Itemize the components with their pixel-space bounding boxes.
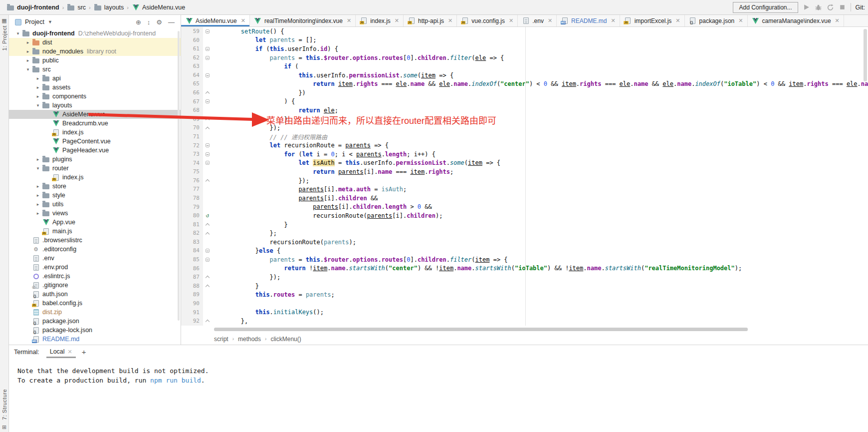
editor-tab-asidemenu-vue[interactable]: AsideMenu.vue✕ (181, 15, 250, 26)
tree-item-package-json[interactable]: {}package.json (9, 317, 181, 326)
close-icon[interactable]: ✕ (395, 17, 399, 24)
editor-tab-importexcel-js[interactable]: JSimportExcel.js✕ (620, 15, 685, 26)
tree-item--browserslistrc[interactable]: .browserslistrc (9, 236, 181, 245)
chevron-right-icon[interactable]: ▸ (34, 76, 42, 81)
recursion-icon[interactable]: ↺ (203, 211, 212, 220)
code-breadcrumb-methods[interactable]: methods (238, 336, 261, 343)
editor-tab-cameramanage-index-vue[interactable]: cameraManage\index.vue✕ (748, 15, 844, 26)
fold-collapse-icon[interactable] (203, 246, 212, 255)
fold-collapse-icon[interactable] (203, 159, 212, 168)
nav-item-layouts[interactable]: layouts (92, 3, 126, 11)
run-icon[interactable] (803, 3, 810, 11)
tree-item-utils[interactable]: ▸utils (9, 200, 181, 209)
editor-tab--env[interactable]: .env✕ (518, 15, 557, 26)
fold-collapse-icon[interactable] (203, 27, 212, 36)
tree-item-dist-zip[interactable]: dist.zip (9, 308, 181, 317)
code-editor[interactable]: 59 setRoute() {60 let parents = [];61 if… (181, 27, 868, 326)
locate-icon[interactable]: ⊕ (136, 18, 141, 26)
fold-end-icon[interactable] (203, 317, 212, 326)
tree-item--env[interactable]: .env (9, 254, 181, 263)
tree-item--env-prod[interactable]: .env.prod (9, 263, 181, 272)
terminal-tab-local[interactable]: Local ✕ (46, 346, 76, 358)
chevron-down-icon[interactable]: ▾ (24, 67, 32, 72)
tree-item-breadcrumb-vue[interactable]: Breadcrumb.vue (9, 119, 181, 128)
tree-item-pageheader-vue[interactable]: PageHeader.vue (9, 146, 181, 155)
code-breadcrumb-script[interactable]: script (214, 336, 228, 343)
close-icon[interactable]: ✕ (68, 349, 72, 355)
tree-item-babel-config-js[interactable]: JSbabel.config.js (9, 299, 181, 308)
collapse-all-icon[interactable]: ↕ (147, 18, 151, 26)
tree-item-app-vue[interactable]: App.vue (9, 218, 181, 227)
tree-item-index-js[interactable]: JSindex.js (9, 128, 181, 137)
fold-end-icon[interactable] (203, 115, 212, 124)
tree-item-views[interactable]: ▸views (9, 209, 181, 218)
close-icon[interactable]: ✕ (738, 17, 743, 24)
fold-end-icon[interactable] (203, 229, 212, 238)
tree-item-src[interactable]: ▾src (9, 65, 181, 74)
fold-collapse-icon[interactable] (203, 53, 212, 62)
tree-item-plugins[interactable]: ▸plugins (9, 155, 181, 164)
nav-item-asidemenu-vue[interactable]: AsideMenu.vue (130, 3, 187, 11)
fold-collapse-icon[interactable] (203, 255, 212, 264)
close-icon[interactable]: ✕ (241, 17, 245, 24)
chevron-right-icon[interactable]: ▸ (24, 40, 32, 45)
terminal-output[interactable]: Note that the development build is not o… (9, 359, 868, 385)
chevron-right-icon[interactable]: ▸ (24, 58, 32, 63)
fold-end-icon[interactable] (203, 273, 212, 282)
tool-window-switcher-icon[interactable]: ⊞ (2, 424, 6, 430)
fold-end-icon[interactable] (203, 123, 212, 132)
project-scrollbar[interactable] (178, 31, 180, 321)
tree-item-style[interactable]: ▸style (9, 191, 181, 200)
chevron-right-icon[interactable]: ▸ (34, 85, 42, 90)
tree-item-auth-json[interactable]: {}auth.json (9, 290, 181, 299)
tree-item-layouts[interactable]: ▾layouts (9, 101, 181, 110)
tree-item--editorconfig[interactable]: ⚙.editorconfig (9, 245, 181, 254)
editor-vertical-scrollbar[interactable] (864, 29, 867, 81)
tree-item-public[interactable]: ▸public (9, 56, 181, 65)
tree-item-readme-md[interactable]: MDREADME.md (9, 335, 181, 344)
fold-end-icon[interactable] (203, 176, 212, 185)
tree-item--gitignore[interactable]: ⊘.gitignore (9, 281, 181, 290)
fold-collapse-icon[interactable] (203, 71, 212, 80)
add-configuration-button[interactable]: Add Configuration... (733, 2, 798, 13)
close-icon[interactable]: ✕ (675, 17, 680, 24)
fold-end-icon[interactable] (203, 282, 212, 291)
chevron-right-icon[interactable]: ▸ (34, 202, 42, 207)
hide-icon[interactable]: — (168, 18, 175, 26)
tree-item-dist[interactable]: ▸dist (9, 38, 181, 47)
close-icon[interactable]: ✕ (347, 17, 351, 24)
tree-item-store[interactable]: ▸store (9, 182, 181, 191)
stripe-project-label[interactable]: 1: Project (1, 25, 7, 50)
editor-tab-vue-config-js[interactable]: JSvue.config.js✕ (457, 15, 518, 26)
chevron-right-icon[interactable]: ▸ (24, 49, 32, 54)
editor-tab-index-js[interactable]: JSindex.js✕ (356, 15, 404, 26)
tree-item-router[interactable]: ▾router (9, 164, 181, 173)
new-terminal-icon[interactable]: + (82, 348, 86, 356)
code-breadcrumb-clickmenu-[interactable]: clickMenu() (270, 336, 301, 343)
editor-tab-readme-md[interactable]: MDREADME.md✕ (557, 15, 620, 26)
close-icon[interactable]: ✕ (448, 17, 452, 24)
chevron-down-icon[interactable]: ▼ (48, 19, 52, 24)
project-panel-title[interactable]: Project (25, 18, 44, 25)
fold-end-icon[interactable] (203, 220, 212, 229)
chevron-down-icon[interactable]: ▾ (14, 31, 22, 36)
fold-collapse-icon[interactable] (203, 150, 212, 159)
chevron-right-icon[interactable]: ▸ (34, 211, 42, 216)
fold-collapse-icon[interactable] (203, 141, 212, 150)
chevron-right-icon[interactable]: ▸ (34, 157, 42, 162)
tree-item-components[interactable]: ▸components (9, 92, 181, 101)
nav-item-src[interactable]: src (65, 3, 87, 11)
close-icon[interactable]: ✕ (548, 17, 552, 24)
stop-icon[interactable] (839, 3, 846, 11)
fold-collapse-icon[interactable] (203, 97, 212, 106)
tree-item-node-modules[interactable]: ▸node_moduleslibrary root (9, 47, 181, 56)
tree-item-api[interactable]: ▸api (9, 74, 181, 83)
editor-tab-http-api-js[interactable]: JShttp-api.js✕ (404, 15, 457, 26)
editor-tab-realtimemonitoring-index-vue[interactable]: realTimeMonitoring\index.vue✕ (250, 15, 356, 26)
fold-collapse-icon[interactable] (203, 44, 212, 53)
debug-icon[interactable] (815, 3, 822, 11)
tree-item-main-js[interactable]: JSmain.js (9, 227, 181, 236)
tree-item-pagecontent-vue[interactable]: PageContent.vue (9, 137, 181, 146)
nav-item-duoji-frontend[interactable]: duoji-frontend (5, 3, 61, 11)
tree-item-asidemenu-vue[interactable]: AsideMenu.vue (9, 110, 181, 119)
